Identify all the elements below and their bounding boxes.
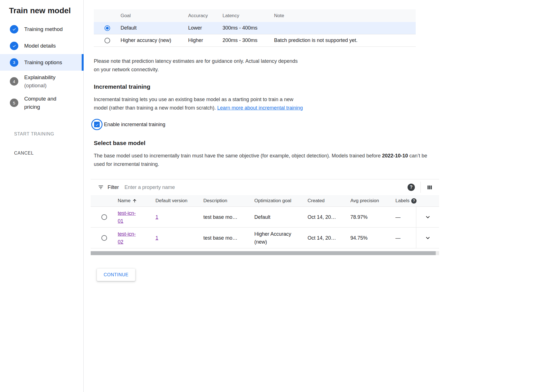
goal-row-default[interactable]: Default Lower 300ms - 400ms xyxy=(94,22,416,34)
header-optimization-goal: Optimization goal xyxy=(254,197,308,205)
table-row-test-icn-02[interactable]: test-icn-02 1 test base mo… Higher Accur… xyxy=(91,228,439,248)
cell-name: test-icn-01 xyxy=(118,209,155,225)
step-label: Explainability(optional) xyxy=(24,73,55,90)
sidebar-item-training-options[interactable]: 3 Training options xyxy=(0,54,83,71)
base-model-radio-test-icn-01[interactable] xyxy=(101,214,107,220)
step-number-badge: 3 xyxy=(10,58,18,67)
goal-header-note: Note xyxy=(274,13,416,19)
row-expand-button[interactable] xyxy=(416,228,439,248)
model-name-link[interactable]: test-icn-02 xyxy=(118,230,140,246)
step-label: Compute and pricing xyxy=(24,95,69,111)
header-labels: Labels ? xyxy=(395,197,416,205)
step-label: Training method xyxy=(24,25,63,33)
cell-default-version: 1 xyxy=(155,234,203,242)
cell-optimization-goal: Default xyxy=(254,213,308,221)
chevron-down-icon xyxy=(424,234,431,242)
incremental-training-checkbox[interactable] xyxy=(91,119,103,130)
incremental-training-heading: Incremental training xyxy=(94,83,534,90)
goal-row-higher-accuracy[interactable]: Higher accuracy (new) Higher 200ms - 300… xyxy=(94,34,416,47)
version-link[interactable]: 1 xyxy=(155,235,158,241)
train-new-model-wizard: Train new model Training method Model de… xyxy=(0,0,534,392)
continue-button[interactable]: CONTINUE xyxy=(97,269,135,281)
goal-radio-default[interactable] xyxy=(104,25,110,31)
cell-created: Oct 14, 20… xyxy=(308,234,350,242)
base-model-text-before: The base model used to incrementally tra… xyxy=(94,153,382,159)
filter-divider xyxy=(420,182,421,193)
goal-cell-note: Batch prediction is not supported yet. xyxy=(274,37,416,43)
enable-incremental-training-row: Enable incremental training xyxy=(94,119,534,130)
select-base-model-heading: Select base model xyxy=(94,140,534,146)
base-model-description: The base model used to incrementally tra… xyxy=(94,152,435,168)
goal-cell-latency: 300ms - 400ms xyxy=(222,25,274,31)
step-number-badge: 5 xyxy=(10,99,18,107)
header-created: Created xyxy=(308,197,350,205)
checkbox-checked-icon xyxy=(94,122,100,127)
horizontal-scrollbar-thumb[interactable] xyxy=(91,251,436,255)
latency-disclaimer-text: Please note that prediction latency esti… xyxy=(94,57,299,74)
base-model-table-header: Name Default version Description Optimiz… xyxy=(91,195,439,207)
header-labels-label: Labels xyxy=(395,197,410,205)
sidebar-item-explainability[interactable]: 4 Explainability(optional) xyxy=(0,71,83,92)
learn-more-link[interactable]: Learn more about incremental training xyxy=(217,105,303,111)
cell-optimization-goal: Higher Accuracy (new) xyxy=(254,230,308,246)
wizard-sidebar: Train new model Training method Model de… xyxy=(0,0,84,392)
filter-help-icon[interactable]: ? xyxy=(408,184,415,191)
base-model-table-section: Filter ? Name Default version Descriptio… xyxy=(91,179,439,255)
goal-header-accuracy: Accuracy xyxy=(188,13,222,19)
row-expand-button[interactable] xyxy=(416,207,439,227)
step-label-optional: (optional) xyxy=(24,81,55,90)
training-options-panel: Goal Accuracy Latency Note Default Lower… xyxy=(84,0,534,392)
column-settings-icon[interactable] xyxy=(426,184,433,191)
cell-labels: — xyxy=(395,234,416,242)
chevron-down-icon xyxy=(424,213,431,221)
cell-description: test base mo… xyxy=(203,213,254,221)
header-description: Description xyxy=(203,197,254,205)
incremental-training-description: Incremental training lets you use an exi… xyxy=(94,95,304,112)
sidebar-item-model-details[interactable]: Model details xyxy=(0,37,83,54)
header-name-label: Name xyxy=(118,197,130,205)
step-label: Model details xyxy=(24,42,56,50)
cell-name: test-icn-02 xyxy=(118,230,155,246)
sidebar-item-training-method[interactable]: Training method xyxy=(0,21,83,37)
goal-cell-latency: 200ms - 300ms xyxy=(222,37,274,43)
goal-table-header: Goal Accuracy Latency Note xyxy=(94,9,416,22)
goal-cell-goal: Default xyxy=(121,25,188,31)
goal-cell-accuracy: Higher xyxy=(188,37,222,43)
step-complete-check-icon xyxy=(10,25,18,34)
cell-avg-precision: 78.97% xyxy=(350,213,395,221)
version-link[interactable]: 1 xyxy=(155,214,158,220)
cell-description: test base mo… xyxy=(203,234,254,242)
filter-label: Filter xyxy=(108,184,119,190)
cutoff-date: 2022-10-10 xyxy=(382,153,408,159)
cell-avg-precision: 94.75% xyxy=(350,234,395,242)
header-default-version: Default version xyxy=(155,197,203,205)
wizard-steps: Training method Model details 3 Training… xyxy=(0,21,83,113)
header-avg-precision: Avg precision xyxy=(350,197,395,205)
step-complete-check-icon xyxy=(10,42,18,50)
step-label: Training options xyxy=(24,58,62,66)
page-title: Train new model xyxy=(9,6,83,15)
cancel-button[interactable]: CANCEL xyxy=(14,151,83,156)
filter-bar: Filter ? xyxy=(91,179,439,195)
labels-help-icon[interactable]: ? xyxy=(411,198,417,204)
cell-created: Oct 14, 20… xyxy=(308,213,350,221)
goal-header-goal: Goal xyxy=(121,13,188,19)
help-glyph: ? xyxy=(410,185,413,190)
horizontal-scrollbar[interactable] xyxy=(91,251,439,255)
goal-radio-higher-accuracy[interactable] xyxy=(104,38,110,43)
table-row-test-icn-01[interactable]: test-icn-01 1 test base mo… Default Oct … xyxy=(91,207,439,228)
sort-ascending-icon xyxy=(132,198,137,203)
header-name-sortable[interactable]: Name xyxy=(118,197,155,205)
start-training-button[interactable]: START TRAINING xyxy=(14,132,83,137)
filter-input[interactable] xyxy=(124,184,408,190)
sidebar-item-compute-and-pricing[interactable]: 5 Compute and pricing xyxy=(0,92,83,113)
goal-table: Goal Accuracy Latency Note Default Lower… xyxy=(94,9,416,47)
cell-labels: — xyxy=(395,213,416,221)
goal-cell-accuracy: Lower xyxy=(188,25,222,31)
help-glyph: ? xyxy=(413,197,415,205)
model-name-link[interactable]: test-icn-01 xyxy=(118,209,140,225)
base-model-radio-test-icn-02[interactable] xyxy=(101,235,107,241)
step-label-main: Explainability xyxy=(24,74,55,80)
step-number-badge: 4 xyxy=(10,77,18,86)
checkbox-label: Enable incremental training xyxy=(104,122,165,128)
